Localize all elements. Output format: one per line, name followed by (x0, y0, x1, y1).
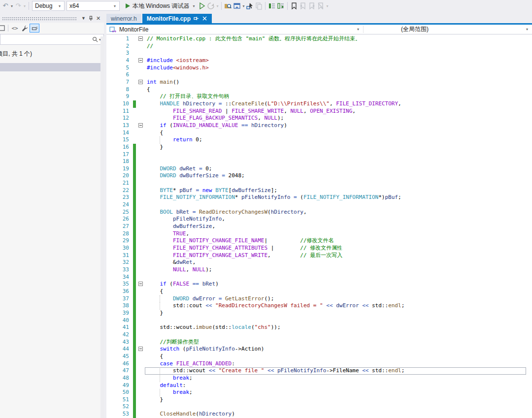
fold-toggle[interactable] (138, 36, 143, 41)
breakpoint-margin[interactable] (106, 411, 114, 418)
uncomment-lines-button[interactable] (276, 1, 285, 11)
fold-toggle[interactable] (138, 282, 143, 286)
platform-combo[interactable]: x64 ▾ (66, 1, 120, 11)
breakpoint-margin[interactable] (106, 129, 114, 137)
debug-config-combo[interactable]: Debug ▾ (32, 1, 65, 11)
cut-off-button[interactable] (0, 24, 6, 32)
previous-bookmark-button[interactable] (299, 1, 307, 11)
code-text[interactable]: } (145, 396, 526, 404)
comment-lines-button[interactable] (267, 1, 276, 11)
code-line[interactable]: 16 } (106, 144, 532, 151)
code-text[interactable]: dwBufferSize, (145, 223, 526, 230)
breakpoint-margin[interactable] (106, 274, 114, 281)
breakpoint-margin[interactable] (106, 230, 114, 238)
code-text[interactable] (145, 180, 526, 187)
code-text[interactable]: BYTE* pBuf = new BYTE[dwBufferSize]; (145, 187, 526, 194)
code-line[interactable]: 20 DWORD dwBufferSize = 2048; (106, 172, 532, 180)
code-text[interactable]: HANDLE hDirectory = ::CreateFile(L"D:\\P… (145, 100, 526, 108)
code-text[interactable]: } (145, 310, 526, 317)
code-line[interactable]: 44 switch (pFileNotifyInfo->Action) (106, 346, 532, 353)
code-text[interactable]: FILE_NOTIFY_CHANGE_FILE_NAME| //修改文件名 (145, 237, 526, 245)
code-text[interactable]: case FILE_ACTION_ADDED: (145, 360, 526, 368)
code-line[interactable]: 24 (106, 201, 532, 209)
code-line[interactable]: 27 dwBufferSize, (106, 223, 532, 230)
code-line[interactable]: 5#include<windows.h> (106, 64, 532, 72)
code-text[interactable]: { (145, 288, 526, 295)
code-text[interactable]: DWORD dwError = GetLastError(); (145, 295, 526, 303)
code-text[interactable]: return 0; (145, 136, 526, 144)
code-text[interactable] (145, 151, 526, 159)
code-line[interactable]: 53 CloseHandle(hDirectory) (106, 411, 532, 418)
breakpoint-margin[interactable] (106, 216, 114, 223)
code-text[interactable]: CloseHandle(hDirectory) (145, 411, 526, 418)
code-line[interactable]: 14 { (106, 129, 532, 137)
tab-monitorfile[interactable]: MonitorFile.cpp (142, 14, 212, 23)
hot-reload-caret[interactable]: ▾ (215, 4, 219, 8)
breakpoint-margin[interactable] (106, 389, 114, 396)
breakpoint-margin[interactable] (106, 79, 114, 86)
code-line[interactable]: 10 HANDLE hDirectory = ::CreateFile(L"D:… (106, 100, 532, 108)
copy-button[interactable] (254, 1, 263, 11)
breakpoint-margin[interactable] (106, 35, 114, 43)
breakpoint-margin[interactable] (106, 172, 114, 180)
code-text[interactable]: TRUE, (145, 230, 526, 238)
code-text[interactable]: if (FALSE == bRet) (145, 281, 526, 288)
code-text[interactable] (145, 274, 526, 281)
code-line[interactable]: 46 case FILE_ACTION_ADDED: (106, 360, 532, 368)
find-in-files-button[interactable] (224, 1, 233, 11)
breakpoint-margin[interactable] (106, 353, 114, 360)
start-debug-button[interactable]: 本地 Windows 调试器 ▾ (124, 1, 198, 11)
code-line[interactable]: 4#include <iostream> (106, 57, 532, 64)
browse-window-button[interactable] (233, 1, 241, 11)
breakpoint-margin[interactable] (106, 331, 114, 339)
breakpoint-margin[interactable] (106, 396, 114, 404)
code-text[interactable]: if (INVALID_HANDLE_VALUE == hDirectory) (145, 122, 526, 129)
redo-button[interactable]: ↷ (14, 1, 23, 11)
code-text[interactable]: DWORD dwRet = 0; (145, 165, 526, 173)
code-text[interactable]: { (145, 353, 526, 360)
code-line[interactable]: 35 if (FALSE == bRet) (106, 281, 532, 288)
code-line[interactable]: 2// (106, 43, 532, 50)
breakpoint-margin[interactable] (106, 86, 114, 94)
code-text[interactable] (145, 403, 526, 411)
code-text[interactable]: #include<windows.h> (145, 64, 526, 72)
code-line[interactable]: 41 std::wcout.imbue(std::locale("chs")); (106, 324, 532, 331)
code-line[interactable]: 33 NULL, NULL); (106, 266, 532, 274)
breakpoint-margin[interactable] (106, 317, 114, 324)
code-line[interactable]: 40 (106, 317, 532, 324)
code-line[interactable]: 32 &dwRet, (106, 259, 532, 266)
code-line[interactable]: 19 DWORD dwRet = 0; (106, 165, 532, 173)
code-line[interactable]: 18 (106, 158, 532, 165)
code-text[interactable]: // 打开目录、获取文件句柄 (145, 93, 526, 100)
breakpoint-margin[interactable] (106, 252, 114, 259)
code-line[interactable]: 48 break; (106, 375, 532, 382)
start-without-debugging-button[interactable] (198, 1, 206, 11)
drag-grip[interactable] (2, 16, 77, 20)
window-position-button[interactable]: ▼ (80, 15, 87, 22)
breakpoint-margin[interactable] (106, 194, 114, 201)
pin-button[interactable] (87, 15, 95, 22)
code-text[interactable]: #include <iostream> (145, 57, 526, 64)
panel-scrollbar[interactable] (100, 36, 104, 418)
code-line[interactable]: 47 std::wcout << "Create file " << pFile… (106, 367, 532, 375)
code-text[interactable]: switch (pFileNotifyInfo->Action) (145, 346, 526, 353)
code-text[interactable]: break; (145, 375, 526, 382)
breakpoint-margin[interactable] (106, 310, 114, 317)
code-text[interactable]: // (145, 43, 526, 50)
breakpoint-margin[interactable] (106, 223, 114, 230)
breakpoint-margin[interactable] (106, 245, 114, 252)
code-line[interactable]: 13 if (INVALID_HANDLE_VALUE == hDirector… (106, 122, 532, 129)
fold-toggle[interactable] (138, 347, 143, 351)
code-text[interactable]: { (145, 129, 526, 137)
code-text[interactable]: std::cout << "ReadDirectoryChangesW fail… (145, 302, 526, 310)
search-input[interactable] (2, 35, 92, 43)
code-text[interactable] (145, 158, 526, 165)
code-text[interactable]: std::wcout.imbue(std::locale("chs")); (145, 324, 526, 331)
code-text[interactable] (145, 317, 526, 324)
code-line[interactable]: 37 DWORD dwError = GetLastError(); (106, 295, 532, 303)
code-text[interactable]: BOOL bRet = ReadDirectoryChangesW(hDirec… (145, 209, 526, 216)
code-text[interactable]: std::wcout << "Create file " << pFileNot… (145, 367, 526, 375)
code-line[interactable]: 29 FILE_NOTIFY_CHANGE_FILE_NAME| //修改文件名 (106, 237, 532, 245)
breakpoint-margin[interactable] (106, 259, 114, 266)
breakpoint-margin[interactable] (106, 158, 114, 165)
